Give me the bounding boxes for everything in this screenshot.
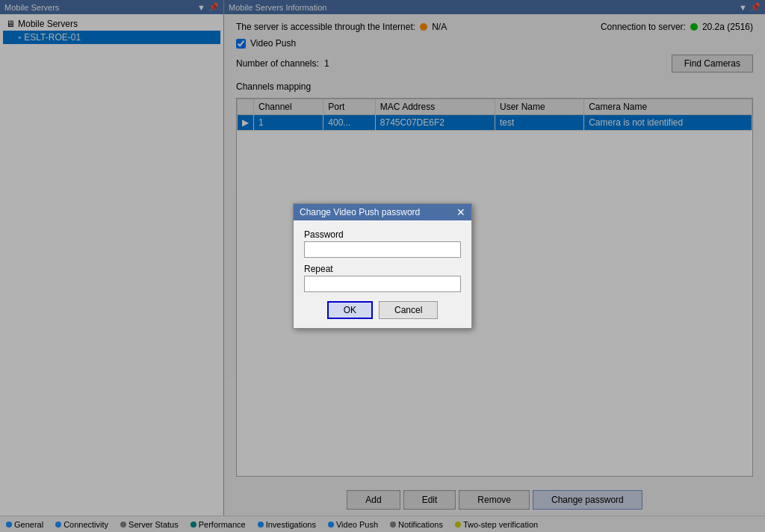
modal-close-button[interactable]: ✕ <box>456 207 465 217</box>
modal-titlebar: Change Video Push password ✕ <box>294 204 471 220</box>
repeat-field: Repeat <box>304 264 461 292</box>
modal-body: Password Repeat OK Cancel <box>294 220 471 328</box>
repeat-label: Repeat <box>304 264 461 274</box>
modal-overlay: Change Video Push password ✕ Password Re… <box>0 0 765 532</box>
password-label: Password <box>304 229 461 240</box>
modal-title: Change Video Push password <box>300 207 420 217</box>
repeat-input[interactable] <box>304 276 461 292</box>
modal-cancel-button[interactable]: Cancel <box>379 301 438 319</box>
modal-ok-button[interactable]: OK <box>327 301 373 319</box>
password-field: Password <box>304 229 461 258</box>
change-password-modal: Change Video Push password ✕ Password Re… <box>293 203 472 329</box>
modal-buttons: OK Cancel <box>304 301 461 319</box>
password-input[interactable] <box>304 241 461 258</box>
